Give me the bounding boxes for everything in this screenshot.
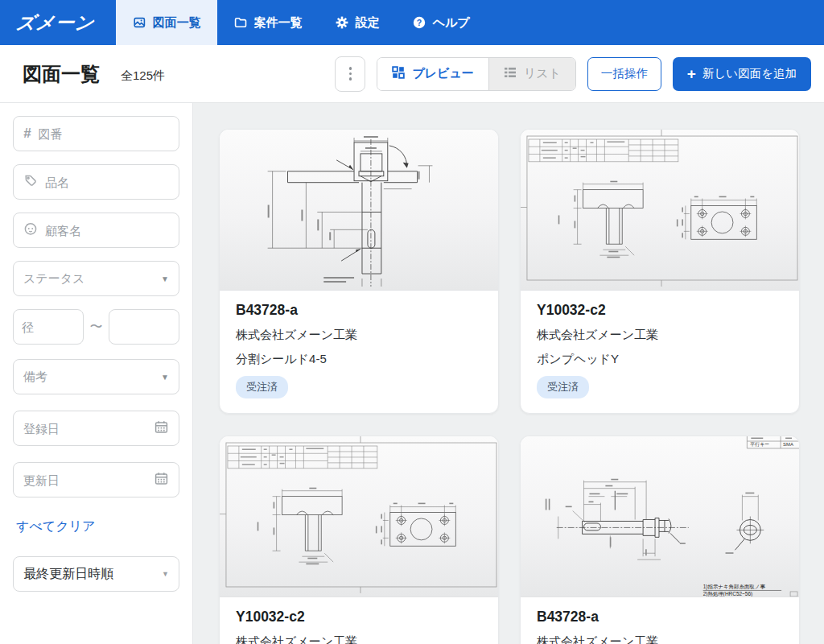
product-name-filter[interactable] (13, 164, 179, 200)
header-actions: プレビュー リスト 一括操作 + 新しい図面を追加 (335, 56, 811, 92)
nav-item-label: ヘルプ (433, 15, 470, 31)
illegible-dimension-marks (558, 181, 755, 258)
sort-order-value: 最終更新日時順 (23, 566, 113, 583)
nav-item-settings[interactable]: 設定 (319, 0, 396, 45)
card-body: B43728-a 株式会社ズメーン工業 分割シールド4-5 受注済 (220, 291, 498, 413)
nav-item-drawing-list[interactable]: 図面一覧 (116, 0, 217, 45)
card-body: B43728-a 株式会社ズメーン工業 (521, 597, 799, 644)
nav-item-project-list[interactable]: 案件一覧 (217, 0, 319, 45)
add-drawing-label: 新しい図面を追加 (702, 66, 797, 81)
nav-item-label: 設定 (356, 15, 380, 31)
card-grid: B43728-a 株式会社ズメーン工業 分割シールド4-5 受注済 (219, 129, 800, 644)
top-nav: ズメーン 図面一覧 案件一覧 (0, 0, 824, 45)
status-badge: 受注済 (537, 376, 589, 398)
drawing-card[interactable]: Y10032-c2 株式会社ズメーン工業 (219, 436, 499, 644)
status-select[interactable]: ステータス ▼ (13, 261, 179, 296)
gear-icon (335, 15, 349, 30)
drawing-thumbnail: 平行キー SMA (521, 436, 799, 597)
app-logo-text: ズメーン (14, 10, 96, 35)
card-customer: 株式会社ズメーン工業 (537, 634, 783, 644)
drawing-number-input[interactable] (38, 127, 169, 141)
shaft-table-key-label: 平行キー (750, 443, 769, 448)
nav-item-label: 図面一覧 (153, 15, 201, 31)
view-toggle: プレビュー リスト (377, 57, 575, 91)
card-customer: 株式会社ズメーン工業 (236, 634, 482, 644)
status-select-value: ステータス (23, 271, 84, 287)
plus-icon: + (687, 66, 696, 81)
view-toggle-list[interactable]: リスト (488, 58, 575, 90)
customer-name-filter[interactable] (13, 213, 179, 248)
card-customer: 株式会社ズメーン工業 (537, 328, 783, 343)
shaft-note-2: 2)熱処理(HRC52~56) (703, 591, 753, 597)
diameter-min-input[interactable] (22, 320, 75, 334)
sort-order-select[interactable]: 最終更新日時順 ▼ (13, 556, 179, 592)
registered-date-input[interactable] (23, 422, 146, 436)
card-drawing-number: B43728-a (537, 609, 783, 625)
chevron-down-icon: ▼ (161, 275, 169, 283)
illegible-dimension-marks (258, 488, 454, 565)
card-drawing-number: Y10032-c2 (236, 609, 482, 625)
page-header: 図面一覧 全125件 プレビュー (0, 45, 824, 103)
diameter-max-input[interactable] (117, 320, 171, 334)
registered-date-filter[interactable] (13, 411, 179, 446)
view-toggle-preview[interactable]: プレビュー (377, 58, 488, 90)
chevron-down-icon: ▼ (161, 373, 169, 382)
drawing-card[interactable]: 平行キー SMA (520, 436, 800, 644)
shaft-table-key-value: SMA (783, 443, 793, 448)
view-toggle-preview-label: プレビュー (412, 66, 473, 81)
kebab-icon (349, 67, 352, 70)
page-title: 図面一覧 (23, 61, 100, 87)
drawing-card[interactable]: B43728-a 株式会社ズメーン工業 分割シールド4-5 受注済 (219, 129, 499, 414)
range-separator: 〜 (89, 319, 104, 336)
card-body: Y10032-c2 株式会社ズメーン工業 ポンプヘッドY 受注済 (521, 291, 799, 413)
app-logo[interactable]: ズメーン (0, 0, 116, 45)
drawing-thumbnail (521, 130, 799, 291)
drawing-thumbnail (220, 436, 498, 597)
filter-sidebar: # (0, 103, 193, 644)
calendar-icon (154, 419, 169, 438)
diameter-min-field[interactable] (13, 309, 84, 345)
add-drawing-button[interactable]: + 新しい図面を追加 (673, 57, 811, 91)
help-icon: ? (412, 15, 426, 30)
customer-face-icon (23, 221, 38, 239)
card-product: ポンプヘッドY (537, 352, 783, 367)
tag-icon (23, 173, 38, 191)
remarks-select[interactable]: 備考 ▼ (13, 359, 179, 394)
view-toggle-list-label: リスト (524, 66, 561, 81)
drawing-thumbnail (220, 130, 498, 291)
card-product: 分割シールド4-5 (236, 352, 482, 367)
svg-text:?: ? (416, 18, 421, 27)
card-drawing-number: Y10032-c2 (537, 302, 783, 319)
status-badge: 受注済 (236, 376, 288, 398)
list-view-icon (504, 66, 517, 81)
hash-icon: # (23, 126, 31, 142)
drawing-number-filter[interactable]: # (13, 116, 179, 151)
chevron-down-icon: ▼ (162, 570, 169, 578)
illegible-dimension-marks (268, 136, 420, 283)
folder-icon (233, 15, 248, 30)
illegible-titleblock-marks (542, 141, 624, 158)
shaft-note-1: 1)指示ナキ角部糸面取ノ事 (703, 584, 766, 590)
nav-item-label: 案件一覧 (254, 15, 303, 31)
card-drawing-number: B43728-a (236, 302, 482, 319)
clear-all-filters-link[interactable]: すべてクリア (16, 518, 95, 535)
nav-item-help[interactable]: ? ヘルプ (396, 0, 486, 45)
diameter-range-filter: 〜 (13, 309, 179, 345)
total-count: 全125件 (121, 68, 165, 84)
illegible-dimension-marks (546, 479, 755, 555)
customer-name-input[interactable] (45, 224, 169, 237)
more-actions-button[interactable] (335, 56, 365, 92)
drawing-card[interactable]: Y10032-c2 株式会社ズメーン工業 ポンプヘッドY 受注済 (520, 129, 800, 414)
calendar-icon (154, 471, 169, 489)
updated-date-input[interactable] (23, 473, 146, 487)
product-name-input[interactable] (45, 175, 169, 189)
main-area: # (0, 103, 824, 644)
card-body: Y10032-c2 株式会社ズメーン工業 (220, 597, 498, 644)
card-customer: 株式会社ズメーン工業 (236, 328, 482, 343)
updated-date-filter[interactable] (13, 462, 179, 497)
illegible-titleblock-marks (241, 448, 323, 464)
bulk-actions-button[interactable]: 一括操作 (587, 57, 661, 91)
drawing-list-content: B43728-a 株式会社ズメーン工業 分割シールド4-5 受注済 (193, 103, 824, 644)
remarks-select-value: 備考 (23, 369, 47, 385)
diameter-max-field[interactable] (109, 309, 179, 345)
